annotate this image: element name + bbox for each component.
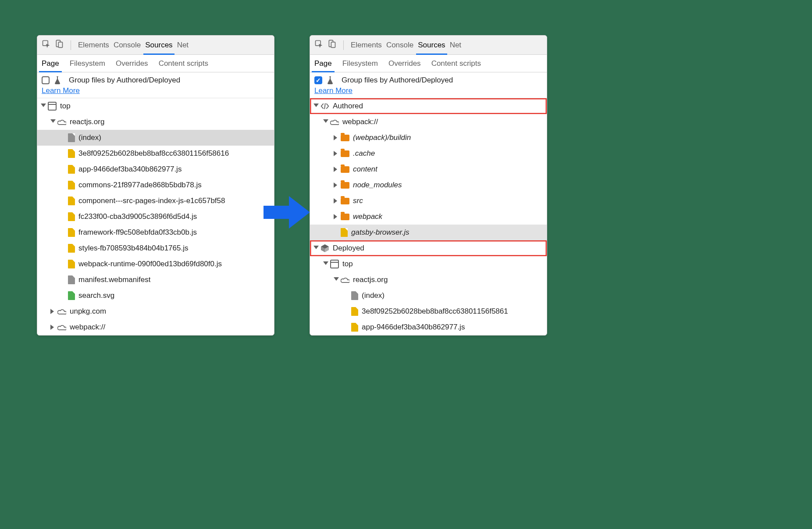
tree-file[interactable]: framework-ff9c508ebfda0f33cb0b.js (37, 225, 274, 240)
code-icon (321, 102, 329, 111)
cloud-icon (341, 275, 349, 284)
tree-top[interactable]: top (310, 256, 547, 272)
tree-file[interactable]: webpack-runtime-090f00ed13bd69fd80f0.js (37, 256, 274, 272)
tree-group-deployed[interactable]: Deployed (310, 240, 547, 256)
tree-file-index[interactable]: (index) (37, 130, 274, 146)
chevron-down-icon (50, 119, 56, 125)
tree-file[interactable]: commons-21f8977ade868b5bdb78.js (37, 177, 274, 193)
flask-icon (326, 76, 335, 85)
learn-more-link[interactable]: Learn More (42, 86, 80, 95)
devtools-main-tabs: Elements Console Sources Net (310, 36, 547, 55)
tree-folder[interactable]: (webpack)/buildin (310, 130, 547, 146)
tree-folder[interactable]: content (310, 161, 547, 177)
learn-more-link[interactable]: Learn More (314, 86, 353, 95)
separator (71, 40, 71, 50)
tree-file[interactable]: 3e8f09252b6028beb8baf8cc63801156f58616 (37, 146, 274, 161)
device-toggle-icon[interactable] (55, 39, 64, 50)
tree-folder[interactable]: webpack (310, 209, 547, 225)
tree-file[interactable]: fc233f00-cba3d9005c3896f6d5d4.js (37, 209, 274, 225)
folder-icon (341, 214, 349, 220)
svg-rect-5 (331, 42, 335, 48)
tab-network[interactable]: Net (177, 41, 189, 50)
group-checkbox-unchecked[interactable] (42, 76, 50, 84)
chevron-down-icon (334, 277, 339, 282)
inspect-icon[interactable] (314, 39, 323, 50)
group-label: Group files by Authored/Deployed (69, 76, 180, 85)
js-file-icon (68, 149, 75, 158)
js-file-icon (351, 323, 358, 332)
js-file-icon (68, 197, 75, 205)
tab-sources[interactable]: Sources (145, 36, 172, 54)
separator (343, 40, 344, 50)
flask-icon (53, 76, 62, 85)
sources-sub-tabs: Page Filesystem Overrides Content script… (310, 55, 547, 72)
tree-file-manifest[interactable]: manifest.webmanifest (37, 272, 274, 288)
subtab-filesystem[interactable]: Filesystem (70, 59, 105, 68)
group-files-option: ✓ Group files by Authored/Deployed Learn… (310, 72, 547, 98)
tree-domain-webpack[interactable]: webpack:// (37, 319, 274, 335)
tree-file-search-svg[interactable]: search.svg (37, 288, 274, 304)
chevron-right-icon (334, 182, 339, 188)
tree-domain-reactjs[interactable]: reactjs.org (310, 272, 547, 288)
cloud-icon (57, 118, 66, 126)
js-file-icon (68, 165, 75, 174)
chevron-down-icon (313, 246, 319, 251)
file-tree-grouped: Authored webpack:// (webpack)/buildin .c… (310, 98, 547, 335)
subtab-content-scripts[interactable]: Content scripts (159, 59, 208, 68)
tree-folder[interactable]: node_modules (310, 177, 547, 193)
chevron-down-icon (313, 104, 319, 109)
tree-file[interactable]: styles-fb708593b484b04b1765.js (37, 240, 274, 256)
file-icon (68, 275, 75, 284)
file-tree: top reactjs.org (index) 3e8f09252b6028be… (37, 98, 274, 335)
group-files-option: Group files by Authored/Deployed Learn M… (37, 72, 274, 98)
image-file-icon (68, 291, 75, 300)
tree-domain-webpack[interactable]: webpack:// (310, 114, 547, 130)
tree-file[interactable]: 3e8f09252b6028beb8baf8cc63801156f5861 (310, 304, 547, 319)
tree-file[interactable]: app-9466def3ba340b862977.js (310, 319, 547, 335)
tree-folder[interactable]: src (310, 193, 547, 209)
sources-sub-tabs: Page Filesystem Overrides Content script… (37, 55, 274, 72)
tab-elements[interactable]: Elements (78, 41, 109, 50)
tab-elements[interactable]: Elements (351, 41, 382, 50)
tree-domain-reactjs[interactable]: reactjs.org (37, 114, 274, 130)
tab-console[interactable]: Console (114, 41, 141, 50)
subtab-page[interactable]: Page (42, 55, 59, 72)
tree-folder[interactable]: .cache (310, 146, 547, 161)
subtab-overrides[interactable]: Overrides (116, 59, 148, 68)
tree-domain-unpkg[interactable]: unpkg.com (37, 304, 274, 319)
js-file-icon (68, 212, 75, 221)
chevron-right-icon (334, 167, 339, 172)
cloud-icon (57, 323, 66, 332)
chevron-right-icon (334, 198, 339, 204)
devtools-panel-after: Elements Console Sources Net Page Filesy… (310, 35, 547, 336)
subtab-filesystem[interactable]: Filesystem (342, 59, 378, 68)
chevron-down-icon (41, 104, 46, 109)
tree-group-authored[interactable]: Authored (310, 98, 547, 114)
chevron-right-icon (334, 151, 339, 156)
frame-icon (48, 102, 57, 111)
svg-rect-2 (58, 42, 62, 48)
tree-file[interactable]: app-9466def3ba340b862977.js (37, 161, 274, 177)
frame-icon (330, 260, 339, 268)
chevron-down-icon (323, 119, 328, 125)
subtab-content-scripts[interactable]: Content scripts (431, 59, 481, 68)
file-icon (351, 291, 358, 300)
tree-file-index[interactable]: (index) (310, 288, 547, 304)
tab-network[interactable]: Net (450, 41, 461, 50)
inspect-icon[interactable] (42, 39, 50, 50)
tab-sources[interactable]: Sources (418, 36, 445, 54)
group-label: Group files by Authored/Deployed (342, 76, 453, 85)
group-checkbox-checked[interactable]: ✓ (314, 76, 322, 84)
tab-console[interactable]: Console (386, 41, 413, 50)
cloud-icon (57, 307, 66, 316)
tree-file[interactable]: component---src-pages-index-js-e1c657bf5… (37, 193, 274, 209)
js-file-icon (351, 307, 358, 316)
subtab-page[interactable]: Page (314, 55, 332, 72)
cube-icon (321, 244, 329, 253)
tree-file-gatsby[interactable]: gatsby-browser.js (310, 225, 547, 240)
tree-top[interactable]: top (37, 98, 274, 114)
js-file-icon (341, 228, 348, 237)
device-toggle-icon[interactable] (328, 39, 336, 50)
devtools-panel-before: Elements Console Sources Net Page Filesy… (37, 35, 274, 336)
subtab-overrides[interactable]: Overrides (388, 59, 421, 68)
